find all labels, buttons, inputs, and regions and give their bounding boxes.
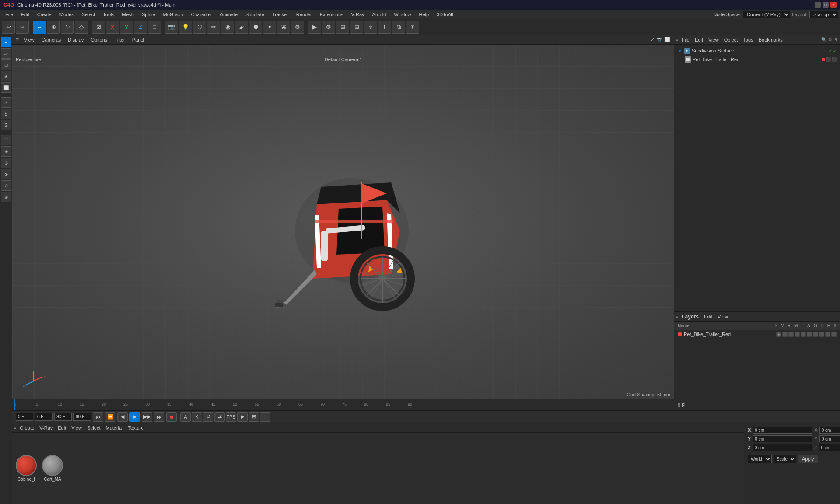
bounce-button[interactable]: ⇄ <box>214 412 225 422</box>
loop-button[interactable]: ↺ <box>203 412 214 422</box>
mat-select-menu[interactable]: Select <box>85 424 102 431</box>
coord-x2-input[interactable] <box>819 427 840 434</box>
material-slot-cabine[interactable]: Cabine_l <box>16 455 37 482</box>
layers-toggle-icon[interactable]: ≡ <box>676 315 678 319</box>
menu-vray[interactable]: V-Ray <box>348 11 368 18</box>
om-bookmarks-menu[interactable]: Bookmarks <box>757 36 784 43</box>
viewport-expand-icon[interactable]: ⤢ <box>651 37 654 42</box>
om-view-menu[interactable]: View <box>707 36 721 43</box>
sidebar-snap-btn[interactable]: S <box>1 97 11 108</box>
apply-button[interactable]: Apply <box>798 455 818 463</box>
coord-z-input[interactable] <box>752 444 812 451</box>
scale-dropdown[interactable]: Scale Size <box>774 455 796 463</box>
om-edit-menu[interactable]: Edit <box>693 36 705 43</box>
sidebar-tool2-btn[interactable]: ⊕ <box>1 146 11 157</box>
menu-edit[interactable]: Edit <box>18 11 33 18</box>
layer-icon-r[interactable] <box>788 332 794 337</box>
material-slot-cart[interactable]: Cart_MA <box>42 455 63 482</box>
camera-button[interactable]: 📷 <box>165 21 178 34</box>
mat-view-menu[interactable]: View <box>70 424 84 431</box>
play-reverse-button[interactable]: ◀ <box>117 412 128 422</box>
preview-button[interactable]: ▶ <box>237 412 248 422</box>
menu-mesh[interactable]: Mesh <box>119 11 137 18</box>
sculpt-button[interactable]: ◉ <box>221 21 234 34</box>
layout-dropdown[interactable]: Startup <box>809 10 838 18</box>
y-axis-button[interactable]: Y <box>120 21 133 34</box>
pen-button[interactable]: ✏ <box>207 21 220 34</box>
snap2-button[interactable]: ⊟ <box>350 21 363 34</box>
menu-arnold[interactable]: Arnold <box>369 11 390 18</box>
om-tags-menu[interactable]: Tags <box>741 36 755 43</box>
layer-icon-a[interactable] <box>807 332 812 337</box>
maximize-button[interactable]: □ <box>822 2 829 8</box>
menu-tracker[interactable]: Tracker <box>269 11 292 18</box>
menu-simulate[interactable]: Simulate <box>242 11 268 18</box>
viewport-maximize-icon[interactable]: ⬜ <box>664 37 670 42</box>
viewport-menu-cameras[interactable]: Cameras <box>40 36 63 43</box>
layer-icon-v[interactable] <box>782 332 788 337</box>
layer-icon-l[interactable] <box>801 332 806 337</box>
play-button[interactable]: ▶ <box>130 412 140 422</box>
end-frame-input2[interactable] <box>74 413 91 421</box>
panel-settings-icon[interactable]: ⚙ <box>828 37 832 42</box>
viewport-menu-filter[interactable]: Filter <box>112 36 126 43</box>
snap-button[interactable]: ⊞ <box>336 21 349 34</box>
sidebar-tool4-btn[interactable]: ⊗ <box>1 169 11 179</box>
go-end-button[interactable]: ⏭ <box>154 412 164 422</box>
mat-edit-menu[interactable]: Edit <box>56 424 68 431</box>
scale-tool-button[interactable]: ⊕ <box>47 21 60 34</box>
sidebar-uvw-btn[interactable]: ◈ <box>1 71 11 81</box>
layer-icon-m[interactable] <box>794 332 800 337</box>
mat-create-menu[interactable]: Create <box>18 424 36 431</box>
layers-edit-menu[interactable]: Edit <box>702 313 714 320</box>
sidebar-obj-btn[interactable]: ⬜ <box>1 82 11 93</box>
viewport-menu-panel[interactable]: Panel <box>130 36 146 43</box>
viewport-menu-options[interactable]: Options <box>89 36 109 43</box>
sidebar-tool1-btn[interactable]: ⌒ <box>1 135 11 145</box>
play-forward-button[interactable]: ▶▶ <box>142 412 152 422</box>
minimize-button[interactable]: – <box>815 2 821 8</box>
knife-button[interactable]: ⌽ <box>364 21 377 34</box>
redo-button[interactable]: ↪ <box>16 21 29 34</box>
mat-material-menu[interactable]: Material <box>104 424 124 431</box>
menu-window[interactable]: Window <box>390 11 414 18</box>
panel-toggle-icon[interactable]: ≡ <box>676 38 678 42</box>
powerslide-button[interactable]: ≡ <box>260 412 270 422</box>
viewport-menu-view[interactable]: View <box>22 36 36 43</box>
coord-y-input[interactable] <box>752 435 812 442</box>
om-object-menu[interactable]: Object <box>722 36 740 43</box>
sidebar-tool6-btn[interactable]: ⊛ <box>1 192 11 202</box>
sidebar-s2-btn[interactable]: S <box>1 108 11 119</box>
fps-button[interactable]: FPS <box>226 412 236 422</box>
coord-x-input[interactable] <box>752 427 812 434</box>
coord-z2-input[interactable] <box>819 444 840 451</box>
viewport-render-icon[interactable]: 📷 <box>656 37 662 42</box>
field-button[interactable]: ⬢ <box>249 21 262 34</box>
sidebar-poly-btn[interactable]: ◻ <box>1 60 11 70</box>
subdiv-expand-icon[interactable]: ▼ <box>678 49 682 53</box>
deform-button[interactable]: ⌘ <box>277 21 290 34</box>
layer-icon-g[interactable] <box>813 332 818 337</box>
close-button[interactable]: × <box>830 2 836 8</box>
light-button[interactable]: 💡 <box>179 21 192 34</box>
timeline-toggle-button[interactable]: ⊞ <box>248 412 259 422</box>
om-file-menu[interactable]: File <box>680 36 691 43</box>
layers-view-menu[interactable]: View <box>716 313 730 320</box>
menu-extensions[interactable]: Extensions <box>316 11 347 18</box>
end-frame-input[interactable] <box>54 413 72 421</box>
light2-button[interactable]: ☀ <box>406 21 419 34</box>
menu-file[interactable]: File <box>2 11 17 18</box>
layer-icon-e[interactable] <box>825 332 830 337</box>
node-space-dropdown[interactable]: Current (V-Ray) <box>743 10 790 18</box>
keyframe-button[interactable]: K <box>192 412 202 422</box>
render-settings-button[interactable]: ⚙ <box>322 21 335 34</box>
mat-toggle-icon[interactable]: ≡ <box>14 426 16 430</box>
current-frame-input[interactable] <box>35 413 52 421</box>
prev-frame-button[interactable]: ⏪ <box>105 412 116 422</box>
sidebar-points-btn[interactable]: ● <box>1 37 11 47</box>
rotate-tool-button[interactable]: ↻ <box>61 21 74 34</box>
move-tool-button[interactable]: ↔ <box>33 21 46 34</box>
menu-modes[interactable]: Modes <box>56 11 77 18</box>
clone-button[interactable]: ⧉ <box>392 21 405 34</box>
viewport-canvas[interactable]: Perspective Default Camera:* <box>12 45 674 399</box>
